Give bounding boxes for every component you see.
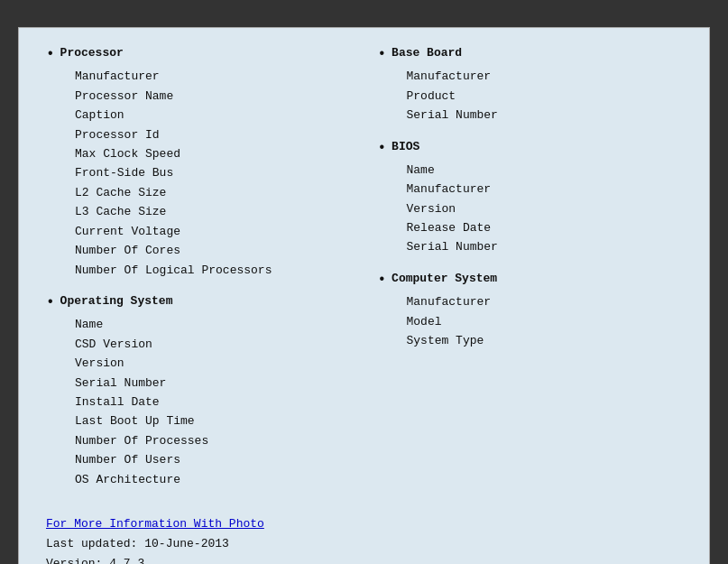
os-items: Name CSD Version Version Serial Number I… bbox=[75, 315, 351, 489]
operating-system-section: • Operating System Name CSD Version Vers… bbox=[46, 294, 351, 489]
list-item: Install Date bbox=[75, 393, 351, 411]
list-item: CSD Version bbox=[75, 335, 351, 354]
list-item: Name bbox=[407, 161, 683, 180]
version-line: Version: 4.7.3 bbox=[46, 554, 682, 564]
processor-section: • Processor Manufacturer Processor Name … bbox=[46, 46, 351, 280]
list-item: Serial Number bbox=[75, 374, 351, 393]
computer-system-items: Manufacturer Model System Type bbox=[407, 292, 683, 350]
list-item: OS Architecture bbox=[75, 470, 351, 489]
os-title: Operating System bbox=[60, 294, 173, 308]
list-item: Last Boot Up Time bbox=[75, 411, 351, 430]
bullet-icon: • bbox=[378, 272, 387, 289]
bios-section: • BIOS Name Manufacturer Version Release… bbox=[378, 140, 683, 257]
list-item: L3 Cache Size bbox=[75, 202, 351, 221]
list-item: Max Clock Speed bbox=[75, 144, 351, 163]
list-item: Release Date bbox=[407, 218, 683, 237]
footer-section: For More Information With Photo Last upd… bbox=[46, 514, 682, 564]
list-item: Manufacturer bbox=[407, 67, 683, 86]
list-item: Number Of Logical Processors bbox=[75, 261, 351, 280]
list-item: Front-Side Bus bbox=[75, 163, 351, 182]
list-item: Serial Number bbox=[407, 106, 683, 125]
bios-items: Name Manufacturer Version Release Date S… bbox=[407, 161, 683, 257]
computer-system-title: Computer System bbox=[392, 272, 497, 285]
baseboard-title: Base Board bbox=[392, 46, 462, 60]
right-column: • Base Board Manufacturer Product Serial… bbox=[369, 46, 683, 504]
main-container: • Processor Manufacturer Processor Name … bbox=[18, 27, 710, 564]
left-column: • Processor Manufacturer Processor Name … bbox=[46, 46, 369, 504]
list-item: Current Voltage bbox=[75, 222, 351, 241]
bios-title: BIOS bbox=[392, 140, 419, 153]
list-item: Version bbox=[75, 354, 351, 373]
two-column-layout: • Processor Manufacturer Processor Name … bbox=[46, 46, 682, 504]
last-updated-label: Last updated: bbox=[46, 537, 137, 550]
bullet-icon: • bbox=[46, 294, 55, 311]
list-item: Processor Name bbox=[75, 87, 351, 106]
last-updated: Last updated: 10-June-2013 bbox=[46, 534, 682, 554]
more-info-link[interactable]: For More Information With Photo bbox=[46, 514, 682, 534]
list-item: Model bbox=[407, 312, 683, 331]
list-item: Name bbox=[75, 315, 351, 334]
list-item: Processor Id bbox=[75, 125, 351, 144]
computer-system-section: • Computer System Manufacturer Model Sys… bbox=[378, 272, 683, 351]
list-item: Serial Number bbox=[407, 237, 683, 256]
list-item: Number Of Users bbox=[75, 450, 351, 469]
processor-title: Processor bbox=[60, 46, 124, 60]
list-item: Manufacturer bbox=[75, 67, 351, 86]
list-item: System Type bbox=[407, 331, 683, 350]
version-label: Version: bbox=[46, 557, 102, 564]
list-item: Version bbox=[407, 199, 683, 218]
last-updated-value: 10-June-2013 bbox=[144, 537, 229, 550]
list-item: Product bbox=[407, 87, 683, 106]
list-item: Number Of Processes bbox=[75, 431, 351, 450]
version-value: 4.7.3 bbox=[109, 557, 144, 564]
bullet-icon: • bbox=[378, 46, 387, 63]
list-item: L2 Cache Size bbox=[75, 183, 351, 202]
more-info-anchor[interactable]: For More Information With Photo bbox=[46, 517, 264, 531]
base-board-section: • Base Board Manufacturer Product Serial… bbox=[378, 46, 683, 125]
list-item: Caption bbox=[75, 106, 351, 125]
list-item: Manufacturer bbox=[407, 292, 683, 311]
list-item: Number Of Cores bbox=[75, 241, 351, 260]
bullet-icon: • bbox=[378, 140, 387, 157]
list-item: Manufacturer bbox=[407, 180, 683, 199]
baseboard-items: Manufacturer Product Serial Number bbox=[407, 67, 683, 125]
processor-items: Manufacturer Processor Name Caption Proc… bbox=[75, 67, 351, 280]
bullet-icon: • bbox=[46, 46, 55, 63]
